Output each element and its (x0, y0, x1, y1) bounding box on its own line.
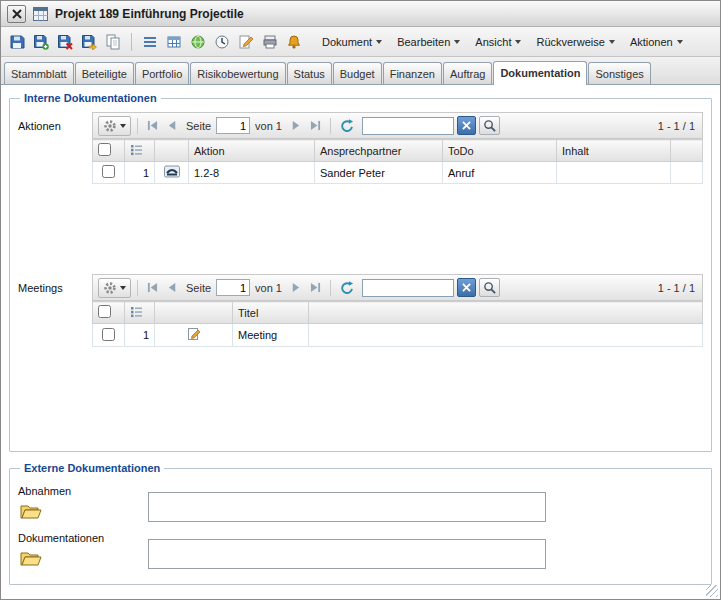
select-all-checkbox[interactable] (98, 305, 111, 318)
tab-beteiligte[interactable]: Beteiligte (75, 62, 134, 84)
cell-titel[interactable]: Meeting (233, 324, 309, 347)
abnahmen-input[interactable] (148, 492, 546, 522)
gear-menu-button[interactable] (98, 116, 131, 136)
meetings-widget: Meetings Seite von 1 (18, 274, 703, 443)
search-input[interactable] (362, 117, 454, 135)
meetings-grid-toolbar: Seite von 1 1 - 1 / 1 (92, 274, 703, 301)
menu-bearbeiten[interactable]: Bearbeiten (390, 32, 468, 52)
first-page-button[interactable] (144, 279, 161, 296)
last-page-button[interactable] (307, 279, 324, 296)
delete-icon[interactable] (54, 31, 76, 53)
aktionen-table: Aktion Ansprechpartner ToDo Inhalt 1 (92, 139, 703, 184)
dokumentationen-field-row: Dokumentationen (18, 532, 703, 570)
row-list-icon (130, 144, 143, 156)
cell-todo: Anruf (443, 162, 557, 184)
tab-stammblatt[interactable]: Stammblatt (4, 62, 74, 84)
last-page-button[interactable] (307, 117, 324, 134)
clear-search-icon[interactable] (457, 116, 476, 135)
caret-down-icon (454, 40, 460, 44)
row-checkbox[interactable] (102, 165, 115, 178)
page-input[interactable] (216, 279, 250, 296)
page-input[interactable] (216, 117, 250, 134)
column-header-filler (671, 140, 703, 162)
row-number-cell: 1 (125, 162, 155, 184)
column-header-aktion[interactable]: Aktion (189, 140, 315, 162)
prev-page-button[interactable] (164, 117, 181, 134)
next-page-button[interactable] (287, 279, 304, 296)
save-icon[interactable] (6, 31, 28, 53)
first-page-button[interactable] (144, 117, 161, 134)
column-header-todo[interactable]: ToDo (443, 140, 557, 162)
save-new-icon[interactable] (30, 31, 52, 53)
abnahmen-field-row: Abnahmen (18, 485, 703, 523)
caret-down-icon (609, 40, 615, 44)
column-header-inhalt[interactable]: Inhalt (557, 140, 671, 162)
folder-icon[interactable] (18, 550, 44, 570)
export-icon[interactable] (78, 31, 100, 53)
list-icon[interactable] (139, 31, 161, 53)
copy-icon[interactable] (102, 31, 124, 53)
search-icon[interactable] (479, 278, 500, 297)
toolbar-separator (131, 33, 132, 51)
refresh-icon[interactable] (337, 278, 357, 298)
tab-dokumentation[interactable]: Dokumentation (493, 61, 587, 85)
menu-rueckverweise[interactable]: Rückverweise (529, 32, 622, 52)
folder-icon[interactable] (18, 503, 44, 523)
refresh-icon[interactable] (337, 116, 357, 136)
tab-risikobewertung[interactable]: Risikobewertung (190, 62, 285, 84)
globe-icon[interactable] (187, 31, 209, 53)
menu-label: Aktionen (630, 36, 673, 48)
search-input[interactable] (362, 279, 454, 297)
aktionen-widget: Aktionen Seite von 1 (18, 112, 703, 268)
main-toolbar: Dokument Bearbeiten Ansicht Rückverweise… (1, 27, 720, 57)
phone-icon (164, 165, 180, 178)
column-header-filler (309, 302, 703, 324)
caret-down-icon (677, 40, 683, 44)
menu-aktionen[interactable]: Aktionen (623, 32, 691, 52)
edit-icon[interactable] (235, 31, 257, 53)
cell-aktion[interactable]: 1.2-8 (189, 162, 315, 184)
toolbar-separator (137, 118, 138, 134)
tab-status[interactable]: Status (287, 62, 332, 84)
caret-down-icon (120, 124, 126, 128)
cell-inhalt (557, 162, 671, 184)
column-header-titel[interactable]: Titel (233, 302, 309, 324)
section-legend: Interne Dokumentationen (20, 92, 161, 104)
dokumentationen-input[interactable] (148, 539, 546, 569)
seite-label: Seite (184, 282, 213, 294)
type-icon-header (155, 140, 189, 162)
menu-dokument[interactable]: Dokument (315, 32, 390, 52)
search-icon[interactable] (479, 116, 500, 135)
prev-page-button[interactable] (164, 279, 181, 296)
tab-portfolio[interactable]: Portfolio (135, 62, 189, 84)
window-title: Projekt 189 Einführung Projectile (55, 7, 244, 21)
cell-ansprechpartner: Sander Peter (315, 162, 443, 184)
row-checkbox[interactable] (102, 328, 115, 341)
clock-icon[interactable] (211, 31, 233, 53)
titlebar: Projekt 189 Einführung Projectile (1, 1, 720, 27)
print-icon[interactable] (259, 31, 281, 53)
tab-sonstiges[interactable]: Sonstiges (588, 62, 650, 84)
gear-menu-button[interactable] (98, 278, 131, 298)
select-all-checkbox[interactable] (98, 143, 111, 156)
resize-grip[interactable] (706, 585, 718, 597)
table-icon[interactable] (163, 31, 185, 53)
table-row[interactable]: 1 1.2-8 Sander Peter Anruf (93, 162, 703, 184)
menu-label: Bearbeiten (397, 36, 450, 48)
column-header-ansprechpartner[interactable]: Ansprechpartner (315, 140, 443, 162)
close-icon[interactable] (7, 5, 26, 23)
next-page-button[interactable] (287, 117, 304, 134)
aktionen-grid-toolbar: Seite von 1 1 - 1 / 1 (92, 112, 703, 139)
tab-auftrag[interactable]: Auftrag (443, 62, 492, 84)
row-type-cell (155, 162, 189, 184)
alarm-icon[interactable] (283, 31, 305, 53)
tab-budget[interactable]: Budget (333, 62, 382, 84)
table-row[interactable]: 1 Meeting (93, 324, 703, 347)
von-label: von 1 (253, 282, 284, 294)
tab-finanzen[interactable]: Finanzen (383, 62, 442, 84)
meetings-empty-area (92, 347, 703, 443)
menu-ansicht[interactable]: Ansicht (468, 32, 529, 52)
row-number-header (125, 302, 155, 324)
clear-search-icon[interactable] (457, 278, 476, 297)
tabbar: Stammblatt Beteiligte Portfolio Risikobe… (1, 57, 720, 85)
